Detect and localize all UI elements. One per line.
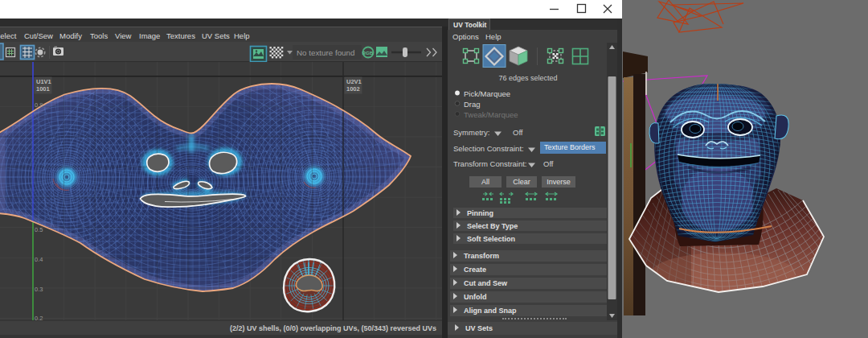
svg-text:No texture found: No texture found <box>297 48 354 57</box>
svg-text:0.5: 0.5 <box>35 226 43 233</box>
svg-text:1002: 1002 <box>346 85 360 93</box>
svg-text:0.4: 0.4 <box>35 256 43 263</box>
svg-text:0.2: 0.2 <box>35 315 43 320</box>
svg-text:U1V1: U1V1 <box>36 78 51 85</box>
svg-text:0.3: 0.3 <box>35 286 43 293</box>
svg-text:RGB: RGB <box>362 50 374 56</box>
svg-text:0.9: 0.9 <box>35 101 43 109</box>
svg-text:U2V1: U2V1 <box>346 78 362 85</box>
svg-text:1001: 1001 <box>36 85 50 93</box>
